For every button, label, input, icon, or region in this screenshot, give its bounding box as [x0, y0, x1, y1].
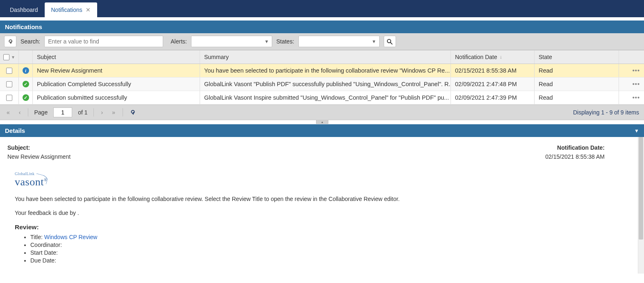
row-actions[interactable]: •••	[619, 64, 644, 77]
column-date-label: Notification Date	[455, 54, 497, 60]
header-checkbox-cell[interactable]: ▼	[0, 50, 19, 64]
row-summary: GlobalLink Vasont Inspire submitted "Usi…	[200, 91, 451, 104]
row-checkbox-cell[interactable]	[0, 78, 19, 91]
row-date: 02/15/2021 8:55:38 AM	[451, 64, 535, 77]
table-row[interactable]: Publication Completed SuccessfullyGlobal…	[0, 78, 644, 91]
logo-top-text: GlobalLink	[15, 171, 47, 176]
row-menu-icon[interactable]: •••	[633, 81, 640, 87]
row-state: Read	[535, 91, 619, 104]
chevron-down-icon[interactable]: ▼	[11, 55, 15, 59]
notifications-panel-header: Notifications	[0, 21, 644, 33]
last-page-button[interactable]: »	[110, 108, 117, 116]
column-state-label: State	[539, 54, 552, 60]
splitter-grip-icon[interactable]: ▴	[316, 120, 328, 124]
review-list: Title: Windows CP Review Coordinator: St…	[30, 233, 629, 265]
row-menu-icon[interactable]: •••	[633, 94, 640, 101]
scrollbar-thumb[interactable]	[639, 137, 643, 240]
close-tab-icon[interactable]: ✕	[86, 7, 91, 13]
row-checkbox-cell[interactable]	[0, 64, 19, 77]
panel-title: Notifications	[5, 23, 42, 30]
details-body: Subject: New Review Assignment Notificat…	[0, 137, 644, 274]
select-all-checkbox[interactable]	[3, 54, 9, 60]
details-top: Subject: New Review Assignment Notificat…	[3, 144, 641, 162]
notification-date-value: 02/15/2021 8:55:38 AM	[545, 153, 605, 160]
review-title-item: Title: Windows CP Review	[30, 233, 629, 241]
header-actions-cell	[619, 50, 644, 64]
row-actions[interactable]: •••	[619, 91, 644, 104]
grid-header: ▼ Subject Summary Notification Date ↓ St…	[0, 50, 644, 64]
subject-label: Subject:	[7, 144, 71, 151]
row-actions[interactable]: •••	[619, 78, 644, 91]
row-date: 02/09/2021 2:47:39 PM	[451, 91, 535, 104]
search-label: Search:	[20, 38, 40, 45]
row-state: Read	[535, 78, 619, 91]
refresh-page-button[interactable]: ⟳	[129, 108, 137, 116]
row-icon-cell	[19, 78, 33, 91]
subject-value: New Review Assignment	[7, 153, 71, 160]
details-panel-header[interactable]: Details ▼	[0, 124, 644, 137]
states-label: States:	[276, 38, 294, 45]
success-icon	[23, 81, 29, 87]
details-content: GlobalLink vasont® You have been selecte…	[3, 162, 641, 265]
column-summary-label: Summary	[204, 54, 229, 60]
review-due-item: Due Date:	[30, 257, 629, 265]
notification-date-label: Notification Date:	[545, 144, 605, 151]
row-checkbox[interactable]	[6, 68, 12, 74]
search-input[interactable]	[44, 36, 163, 47]
logo-main-text: vasont	[15, 176, 44, 188]
row-checkbox[interactable]	[6, 81, 12, 87]
scrollbar-track[interactable]	[638, 137, 644, 274]
row-menu-icon[interactable]: •••	[633, 67, 640, 74]
grid-body: New Review AssignmentYou have been selec…	[0, 64, 644, 105]
table-row[interactable]: Publication submitted successfullyGlobal…	[0, 91, 644, 105]
column-summary[interactable]: Summary	[200, 50, 451, 64]
toolbar: ⟳ Search: Alerts: ▼ States: ▼	[0, 33, 644, 50]
page-input[interactable]	[53, 107, 72, 117]
prev-page-button[interactable]: ‹	[17, 108, 23, 116]
sort-descending-icon: ↓	[500, 54, 502, 60]
row-summary: You have been selected to participate in…	[200, 64, 451, 77]
column-subject[interactable]: Subject	[33, 50, 200, 64]
column-notification-date[interactable]: Notification Date ↓	[451, 50, 535, 64]
review-heading: Review:	[15, 224, 629, 231]
table-row[interactable]: New Review AssignmentYou have been selec…	[0, 64, 644, 78]
separator	[93, 108, 94, 116]
alerts-combo[interactable]: ▼	[191, 36, 272, 47]
review-start-item: Start Date:	[30, 249, 629, 257]
row-icon-cell	[19, 64, 33, 77]
registered-icon: ®	[44, 178, 47, 182]
refresh-icon: ⟳	[7, 39, 14, 44]
refresh-button[interactable]: ⟳	[4, 36, 16, 47]
separator	[123, 108, 123, 116]
paging-status: Displaying 1 - 9 of 9 items	[573, 109, 639, 116]
details-feedback-text: Your feedback is due by .	[15, 210, 629, 216]
states-input[interactable]	[298, 36, 380, 47]
row-checkbox[interactable]	[6, 95, 12, 101]
row-icon-cell	[19, 91, 33, 104]
review-title-link[interactable]: Windows CP Review	[44, 234, 98, 240]
tab-bar: Dashboard Notifications ✕	[0, 0, 644, 17]
states-combo[interactable]: ▼	[298, 36, 380, 47]
search-button[interactable]	[384, 36, 396, 47]
details-title: Details	[5, 127, 25, 134]
separator	[28, 108, 28, 116]
vasont-logo: GlobalLink vasont®	[15, 171, 47, 188]
row-date: 02/09/2021 2:47:48 PM	[451, 78, 535, 91]
row-subject: Publication Completed Successfully	[33, 78, 200, 91]
row-checkbox-cell[interactable]	[0, 91, 19, 104]
column-state[interactable]: State	[535, 50, 619, 64]
tab-dashboard-label: Dashboard	[10, 7, 38, 13]
first-page-button[interactable]: «	[5, 108, 11, 116]
tab-dashboard[interactable]: Dashboard	[3, 2, 45, 17]
tab-notifications[interactable]: Notifications ✕	[45, 2, 97, 17]
review-coordinator-item: Coordinator:	[30, 241, 629, 249]
alerts-input[interactable]	[191, 36, 272, 47]
info-icon	[23, 67, 29, 74]
chevron-down-icon[interactable]: ▼	[634, 128, 639, 134]
splitter[interactable]: ▴	[0, 120, 644, 124]
row-subject: New Review Assignment	[33, 64, 200, 77]
refresh-icon: ⟳	[130, 110, 136, 115]
next-page-button[interactable]: ›	[100, 108, 105, 116]
page-of-label: of 1	[78, 109, 87, 116]
row-subject: Publication submitted successfully	[33, 91, 200, 104]
